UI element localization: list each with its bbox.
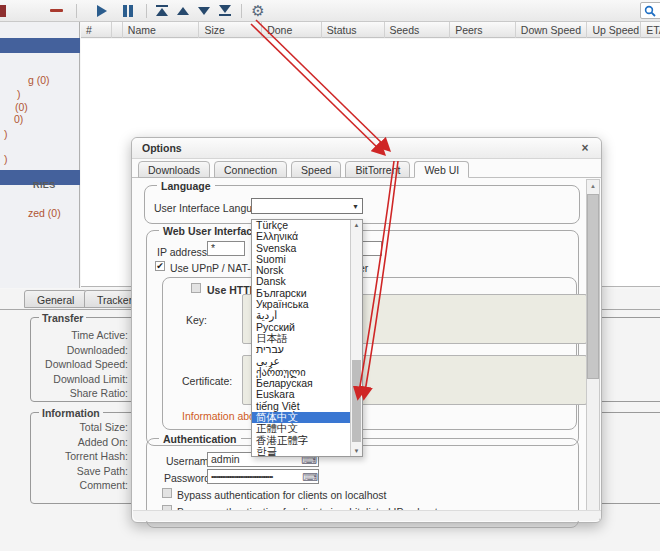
dialog-tab[interactable]: Web UI [414, 161, 469, 178]
move-top-button[interactable] [152, 0, 172, 21]
toolbar-separator [241, 4, 242, 18]
pause-icon [123, 5, 127, 17]
key-label: Key: [186, 314, 207, 326]
sidebar-item-fragment[interactable]: zed (0) [28, 207, 61, 219]
play-icon [97, 5, 107, 17]
dialog-tab[interactable]: Downloads [138, 161, 210, 178]
language-option[interactable]: 日本語 [252, 333, 362, 344]
clipped-toolbar-icon[interactable] [0, 5, 6, 17]
keyboard-icon[interactable]: ⌨ [302, 471, 317, 483]
language-select[interactable]: ▼ [251, 198, 363, 214]
column-header[interactable]: Status [322, 22, 385, 38]
bypass-localhost-label: Bypass authentication for clients on loc… [177, 489, 387, 501]
sidebar-item-fragment[interactable]: (0) [15, 101, 28, 113]
move-down-button[interactable] [194, 0, 214, 21]
gear-icon: ⚙ [251, 3, 264, 18]
dialog-tab[interactable]: Speed [291, 161, 341, 178]
language-option[interactable]: Ελληνικά [252, 231, 362, 242]
column-header[interactable]: Name [123, 22, 200, 38]
move-top-icon [156, 5, 168, 16]
language-option[interactable]: Türkçe [252, 220, 362, 231]
torrent-table-header: #NameSizeDoneStatusSeedsPeersDown SpeedU… [81, 22, 660, 38]
scroll-down-icon[interactable]: ▼ [351, 448, 362, 454]
language-option[interactable]: עברית [252, 344, 362, 355]
sidebar-item-fragment[interactable]: ) [4, 153, 8, 165]
options-button[interactable]: ⚙ [248, 0, 268, 21]
authentication-legend: Authentication [159, 433, 241, 445]
column-header[interactable]: Size [199, 22, 262, 38]
column-header[interactable]: ETA [641, 22, 660, 38]
scroll-up-icon[interactable]: ▲ [351, 222, 362, 228]
search-input[interactable] [640, 2, 660, 19]
language-option[interactable]: Norsk [252, 265, 362, 276]
dialog-tab[interactable]: Connection [214, 161, 287, 178]
remove-button[interactable] [46, 0, 66, 21]
sidebar-item-fragment[interactable]: 0) [14, 113, 23, 125]
transfer-legend: Transfer [39, 312, 86, 324]
column-header[interactable]: Done [262, 22, 322, 38]
language-option[interactable]: Suomi [252, 254, 362, 265]
start-button[interactable] [92, 0, 112, 21]
password-input[interactable]: •••••••••••••••••••••••••••••••••• ⌨ [207, 469, 319, 484]
column-header[interactable] [112, 22, 123, 38]
language-option[interactable]: Українська [252, 299, 362, 310]
language-option[interactable]: عربي [252, 356, 362, 367]
language-option[interactable]: Беларуская [252, 378, 362, 389]
language-option[interactable]: Български [252, 288, 362, 299]
ip-address-input[interactable]: * [207, 241, 245, 256]
dialog-tabs: DownloadsConnectionSpeedBitTorrentWeb UI [132, 159, 601, 178]
scroll-up-icon[interactable]: ▲ [587, 180, 599, 192]
options-dialog: Options × DownloadsConnectionSpeedBitTor… [131, 137, 602, 523]
upnp-checkbox[interactable]: ✔ [155, 261, 165, 271]
scrollbar-thumb[interactable] [587, 194, 599, 379]
move-bottom-icon [219, 5, 231, 16]
dialog-title: Options [132, 138, 601, 159]
scrollbar-thumb[interactable] [352, 360, 361, 442]
column-header[interactable]: Seeds [385, 22, 451, 38]
column-header[interactable]: Peers [450, 22, 516, 38]
column-header[interactable]: Up Speed [587, 22, 641, 38]
language-option[interactable]: 简体中文 [252, 412, 362, 423]
language-option[interactable]: ქართული [252, 367, 362, 378]
language-option[interactable]: أُردية [252, 310, 362, 321]
search-icon [644, 5, 656, 17]
toolbar-separator [146, 4, 147, 18]
field-label: Share Ratio: [31, 386, 128, 401]
language-option[interactable]: Euskara [252, 389, 362, 400]
arrow-down-icon [198, 7, 210, 15]
filter-sidebar: g (0))(0)0)))RIESzed (0) [0, 22, 80, 288]
field-label: Added On: [31, 435, 128, 450]
sidebar-item-fragment[interactable]: g (0) [28, 74, 50, 86]
language-option[interactable]: 한글 [252, 446, 362, 457]
sidebar-item-fragment[interactable]: ) [4, 128, 8, 140]
bypass-localhost-checkbox[interactable] [162, 488, 172, 498]
language-option[interactable]: Русский [252, 322, 362, 333]
dialog-tab[interactable]: BitTorrent [345, 161, 410, 178]
sidebar-selected-item[interactable] [0, 38, 80, 53]
language-option[interactable]: 正體中文 [252, 423, 362, 434]
tab-general[interactable]: General [24, 290, 87, 308]
toolbar: ⚙ [0, 0, 660, 22]
https-fieldset: Use HTTPS instead of HTTP Key: Certifica… [162, 277, 577, 430]
column-header[interactable]: Down Speed [516, 22, 588, 38]
move-up-button[interactable] [173, 0, 193, 21]
field-label: Total Size: [31, 420, 128, 435]
arrow-up-icon [177, 7, 189, 15]
sidebar-item-fragment[interactable]: RIES [33, 180, 56, 190]
https-checkbox[interactable] [191, 283, 201, 293]
dialog-scrollbar[interactable]: ▲ ▼ [586, 179, 600, 520]
app-window: ⚙ #NameSizeDoneStatusSeedsPeersDown Spee… [0, 0, 660, 551]
move-bottom-button[interactable] [215, 0, 235, 21]
chevron-down-icon: ▼ [352, 203, 359, 210]
language-option[interactable]: tiếng Việt [252, 401, 362, 412]
dropdown-scrollbar[interactable]: ▲ ▼ [350, 220, 362, 456]
certificate-label: Certificate: [182, 375, 232, 387]
password-label: Password: [164, 472, 213, 484]
sidebar-item-fragment[interactable]: ) [17, 88, 21, 100]
column-header[interactable]: # [81, 22, 112, 38]
language-option[interactable]: Dansk [252, 276, 362, 287]
close-icon[interactable]: × [578, 141, 592, 155]
language-option[interactable]: Svenska [252, 243, 362, 254]
pause-button[interactable] [118, 0, 138, 21]
language-option[interactable]: 香港正體字 [252, 435, 362, 446]
